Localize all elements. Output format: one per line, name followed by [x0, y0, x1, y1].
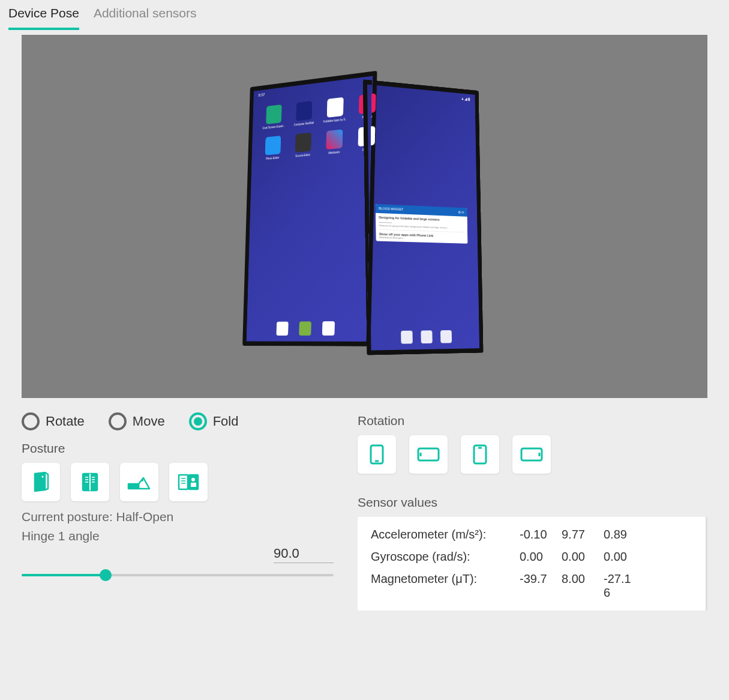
taskbar-phone-icon: [276, 321, 288, 335]
rotation-portrait-flipped-button[interactable]: [461, 435, 499, 474]
svg-point-9: [141, 479, 143, 481]
posture-buttons: [22, 463, 334, 501]
table-row: Gyroscope (rad/s): 0.00 0.00 0.00: [371, 550, 692, 564]
slider-thumb[interactable]: [100, 569, 112, 581]
landscape-right-icon: [520, 446, 544, 463]
posture-flat-button[interactable]: [71, 463, 109, 501]
device-left-screen: 9:37 Dual Screen Experi.. Compose NavRai…: [242, 70, 377, 346]
taskbar-edge-icon: [322, 321, 334, 336]
radio-fold-label: Fold: [213, 414, 239, 429]
rotation-buttons: [358, 435, 707, 474]
hinge-angle-slider[interactable]: [22, 574, 334, 576]
posture-book-button[interactable]: [169, 463, 208, 501]
rotation-label: Rotation: [358, 414, 707, 428]
rotation-portrait-button[interactable]: [358, 435, 396, 474]
landscape-left-icon: [416, 446, 440, 463]
closed-posture-icon: [32, 472, 50, 492]
hinge-angle-label: Hinge 1 angle: [22, 529, 334, 543]
radio-fold[interactable]: Fold: [189, 412, 239, 430]
halfopen-posture-icon: [127, 472, 152, 492]
radio-move[interactable]: Move: [109, 412, 165, 430]
posture-closed-button[interactable]: [22, 463, 60, 501]
blogs-widget: BLOGS WIDGET⚙ ⟳ Designing for foldable a…: [375, 204, 467, 243]
hinge-angle-value[interactable]: 90.0: [274, 546, 334, 563]
sensor-magnetometer-label: Magnetometer (μT):: [371, 572, 509, 600]
svg-rect-11: [189, 475, 198, 489]
posture-label: Posture: [22, 441, 334, 456]
portrait-icon: [368, 444, 385, 465]
radio-rotate[interactable]: Rotate: [22, 412, 85, 430]
tab-device-pose[interactable]: Device Pose: [8, 6, 79, 30]
foldable-device: 9:37 Dual Screen Experi.. Compose NavRai…: [197, 70, 533, 364]
status-time: 9:37: [258, 92, 265, 97]
tab-additional-sensors[interactable]: Additional sensors: [94, 6, 197, 30]
table-row: Magnetometer (μT): -39.7 8.00 -27.16: [371, 572, 692, 600]
radio-move-label: Move: [133, 414, 165, 429]
device-preview-3d[interactable]: 9:37 Dual Screen Experi.. Compose NavRai…: [22, 35, 707, 398]
taskbar-messages-icon: [298, 321, 311, 336]
radio-rotate-label: Rotate: [46, 414, 85, 429]
sensor-gyroscope-label: Gyroscope (rad/s):: [371, 550, 509, 564]
svg-rect-10: [179, 475, 188, 489]
tab-bar: Device Pose Additional sensors: [0, 0, 729, 30]
current-posture-text: Current posture: Half-Open: [22, 510, 334, 524]
sensor-values-table: Accelerometer (m/s²): -0.10 9.77 0.89 Gy…: [358, 517, 707, 611]
sensor-values-label: Sensor values: [358, 495, 707, 510]
svg-point-15: [191, 478, 195, 481]
svg-rect-16: [191, 483, 196, 487]
svg-point-0: [42, 476, 44, 478]
device-right-screen: ▴ ◢ ▮ BLOGS WIDGET⚙ ⟳ Designing for fold…: [362, 79, 483, 355]
book-posture-icon: [177, 472, 200, 492]
sensor-accelerometer-label: Accelerometer (m/s²):: [371, 528, 509, 542]
flat-posture-icon: [80, 472, 100, 492]
table-row: Accelerometer (m/s²): -0.10 9.77 0.89: [371, 528, 692, 542]
posture-halfopen-button[interactable]: [120, 463, 158, 501]
portrait-flipped-icon: [472, 444, 488, 465]
rotation-landscape-right-button[interactable]: [512, 435, 551, 474]
mode-radio-group: Rotate Move Fold: [22, 412, 334, 430]
rotation-landscape-left-button[interactable]: [409, 435, 448, 474]
